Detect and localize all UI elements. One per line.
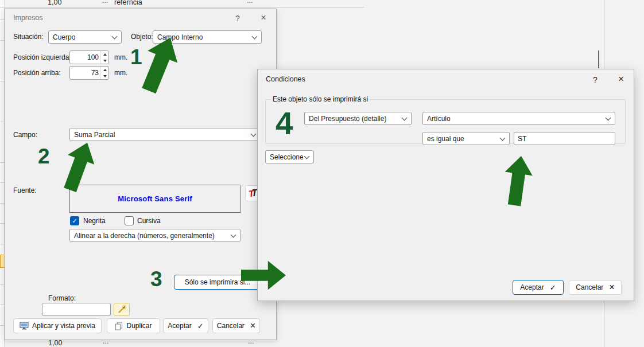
posicion-arriba-stepper[interactable]: 73 bbox=[69, 66, 109, 80]
situacion-value: Cuerpo bbox=[53, 33, 75, 41]
font-preview-text: Microsoft Sans Serif bbox=[118, 194, 192, 203]
formato-input[interactable] bbox=[42, 303, 111, 316]
chevron-down-icon bbox=[231, 232, 236, 237]
background-row-separator bbox=[0, 7, 364, 7]
condition-source-value: Del Presupuesto (detalle) bbox=[309, 115, 386, 123]
posicion-izquierda-stepper[interactable]: 100 bbox=[69, 50, 109, 64]
check-icon: ✓ bbox=[72, 217, 77, 224]
campo-value: Suma Parcial bbox=[74, 131, 115, 139]
aplicar-vista-previa-label: Aplicar y vista previa bbox=[32, 322, 95, 330]
cancelar-label: Cancelar bbox=[576, 283, 603, 291]
bg-bottom-qty: 1,00 bbox=[48, 339, 62, 347]
bg-top-dots2: ... bbox=[247, 0, 253, 5]
cursiva-checkbox[interactable] bbox=[125, 216, 134, 225]
spin-down-icon[interactable] bbox=[101, 57, 108, 64]
aceptar-label: Aceptar bbox=[168, 322, 191, 330]
cancelar-label: Cancelar bbox=[217, 322, 245, 330]
annotation-arrow-right-3 bbox=[241, 260, 286, 290]
condition-field-value: Artículo bbox=[427, 115, 451, 123]
close-icon[interactable]: × bbox=[258, 12, 269, 24]
condition-operator-select[interactable]: es igual que bbox=[422, 132, 510, 145]
campo-select[interactable]: Suma Parcial bbox=[69, 128, 261, 141]
monitor-icon bbox=[20, 322, 29, 330]
x-icon: × bbox=[250, 321, 255, 331]
formato-wizard-button[interactable] bbox=[114, 303, 130, 316]
mm-label: mm. bbox=[114, 69, 127, 77]
x-icon: × bbox=[609, 282, 614, 293]
help-icon[interactable]: ? bbox=[232, 13, 243, 24]
fuente-label: Fuente: bbox=[13, 186, 37, 194]
cancelar-button[interactable]: Cancelar × bbox=[569, 280, 622, 295]
campo-label: Campo: bbox=[13, 131, 37, 139]
alineacion-select[interactable]: Alinear a la derecha (números, generalme… bbox=[69, 229, 240, 242]
seleccione-value: Seleccione bbox=[270, 153, 303, 161]
aplicar-vista-previa-button[interactable]: Aplicar y vista previa bbox=[13, 318, 102, 333]
spin-down-icon[interactable] bbox=[101, 73, 108, 79]
magic-wand-icon bbox=[117, 305, 126, 314]
situacion-select[interactable]: Cuerpo bbox=[48, 30, 122, 44]
posicion-arriba-label: Posición arriba: bbox=[13, 69, 61, 77]
negrita-checkbox[interactable]: ✓ bbox=[70, 216, 79, 225]
condition-source-select[interactable]: Del Presupuesto (detalle) bbox=[304, 112, 412, 125]
chevron-down-icon bbox=[606, 115, 611, 120]
duplicar-button[interactable]: Duplicar bbox=[107, 318, 160, 333]
chevron-down-icon bbox=[252, 33, 258, 39]
condition-compare-input[interactable] bbox=[514, 132, 615, 145]
check-icon: ✓ bbox=[550, 283, 556, 292]
bg-top-qty: 1,00 bbox=[48, 0, 61, 6]
chevron-down-icon bbox=[112, 33, 118, 39]
cursiva-label: Cursiva bbox=[137, 217, 161, 225]
chevron-down-icon bbox=[304, 153, 310, 159]
chevron-down-icon bbox=[251, 131, 257, 137]
cancelar-button[interactable]: Cancelar × bbox=[212, 318, 260, 333]
condiciones-title: Condiciones bbox=[266, 75, 305, 83]
screen: 1,00 ... referncia ... 1,00 ... ... Impr… bbox=[0, 0, 644, 347]
close-icon[interactable]: × bbox=[615, 73, 627, 85]
check-icon: ✓ bbox=[197, 322, 204, 330]
chevron-down-icon bbox=[500, 135, 506, 141]
aceptar-button[interactable]: Aceptar ✓ bbox=[163, 318, 208, 333]
annotation-step-3: 3 bbox=[150, 268, 162, 290]
bg-top-dots1: ... bbox=[102, 0, 108, 5]
situacion-label: Situación: bbox=[13, 33, 44, 41]
annotation-step-2: 2 bbox=[38, 146, 50, 167]
bg-top-referencia: referncia bbox=[114, 0, 142, 6]
annotation-step-4: 4 bbox=[276, 108, 293, 139]
seleccione-select[interactable]: Seleccione bbox=[265, 150, 314, 163]
posicion-arriba-value: 73 bbox=[70, 67, 100, 79]
posicion-izquierda-label: Posición izquierda: bbox=[13, 53, 71, 61]
mm-label: mm. bbox=[114, 53, 127, 61]
spin-up-icon[interactable] bbox=[101, 51, 108, 57]
condition-field-select[interactable]: Artículo bbox=[422, 112, 615, 125]
font-preview-box[interactable]: Microsoft Sans Serif bbox=[69, 185, 240, 213]
background-cursor-line bbox=[598, 50, 599, 68]
aceptar-button[interactable]: Aceptar ✓ bbox=[513, 280, 564, 295]
alineacion-value: Alinear a la derecha (números, generalme… bbox=[74, 232, 215, 240]
aceptar-label: Aceptar bbox=[520, 283, 544, 291]
duplicar-label: Duplicar bbox=[126, 322, 152, 330]
impresos-title: Impresos bbox=[13, 14, 42, 22]
negrita-label: Negrita bbox=[83, 217, 106, 225]
chevron-down-icon bbox=[402, 115, 408, 120]
condition-operator-value: es igual que bbox=[427, 135, 464, 143]
formato-label: Formato: bbox=[48, 294, 76, 302]
copy-icon bbox=[115, 322, 123, 330]
condition-group-label: Este objeto sólo se imprimirá si bbox=[270, 95, 370, 103]
posicion-izquierda-value: 100 bbox=[70, 51, 100, 64]
spin-up-icon[interactable] bbox=[101, 67, 108, 73]
help-icon[interactable]: ? bbox=[589, 74, 601, 85]
condiciones-dialog: Condiciones ? × Este objeto sólo se impr… bbox=[257, 69, 634, 301]
